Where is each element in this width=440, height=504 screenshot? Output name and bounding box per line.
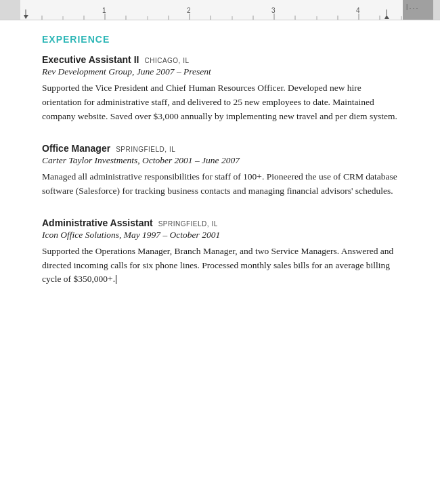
- job-description-1: Supported the Vice President and Chief H…: [42, 81, 398, 124]
- job-company-3: Icon Office Solutions, May 1997 – Octobe…: [42, 230, 398, 240]
- svg-text:3: 3: [271, 7, 276, 14]
- svg-rect-1: [20, 0, 410, 20]
- job-location-3: SPRINGFIELD, IL: [158, 220, 218, 228]
- document-content: EXPERIENCE Executive Assistant II CHICAG…: [0, 20, 440, 504]
- job-title-1: Executive Assistant II: [42, 54, 139, 65]
- job-header-3: Administrative Assistant SPRINGFIELD, IL: [42, 217, 398, 228]
- job-header-2: Office Manager SPRINGFIELD, IL: [42, 143, 398, 154]
- svg-text:| . . .: | . . .: [406, 3, 418, 10]
- svg-text:1: 1: [102, 7, 106, 14]
- svg-rect-0: [0, 0, 20, 20]
- text-cursor: [116, 275, 116, 285]
- svg-text:2: 2: [187, 7, 191, 14]
- job-entry-3: Administrative Assistant SPRINGFIELD, IL…: [42, 217, 398, 287]
- section-title-experience: EXPERIENCE: [42, 34, 398, 45]
- svg-text:4: 4: [356, 7, 360, 14]
- job-title-3: Administrative Assistant: [42, 217, 153, 228]
- job-header-1: Executive Assistant II CHICAGO, IL: [42, 54, 398, 65]
- job-entry-1: Executive Assistant II CHICAGO, IL Rev D…: [42, 54, 398, 124]
- job-location-1: CHICAGO, IL: [144, 57, 189, 64]
- job-description-3[interactable]: Supported the Operations Manager, Branch…: [42, 245, 398, 287]
- ruler: 1 2 3 4: [0, 0, 440, 20]
- job-company-2: Carter Taylor Investments, October 2001 …: [42, 155, 398, 166]
- job-entry-2: Office Manager SPRINGFIELD, IL Carter Ta…: [42, 143, 398, 198]
- job-description-2: Managed all administrative responsibilit…: [42, 170, 398, 198]
- job-company-1: Rev Development Group, June 2007 – Prese…: [42, 66, 398, 77]
- job-location-2: SPRINGFIELD, IL: [116, 146, 175, 153]
- document: 1 2 3 4: [0, 0, 440, 504]
- job-title-2: Office Manager: [42, 143, 110, 154]
